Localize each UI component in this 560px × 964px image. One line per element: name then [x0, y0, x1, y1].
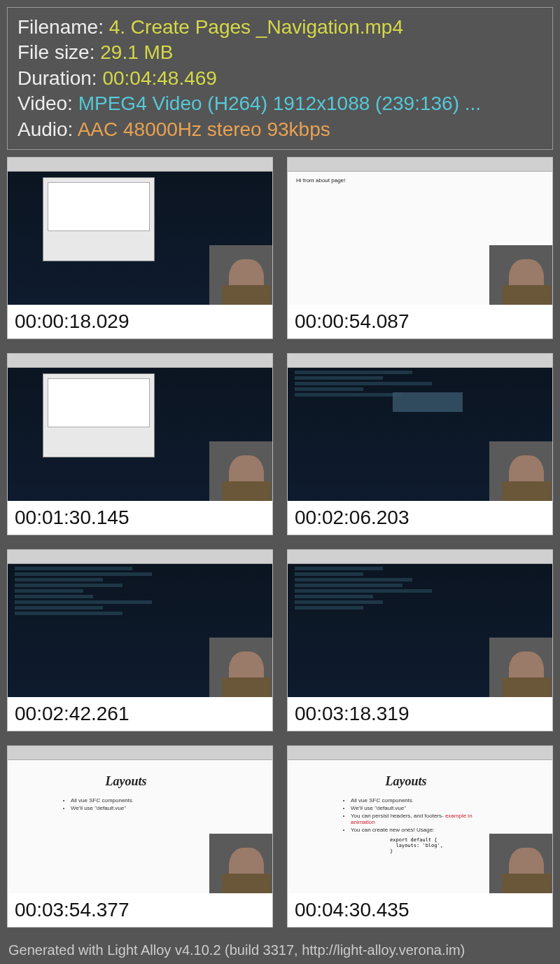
slide-title: Layouts [330, 774, 482, 789]
thumbnail: 00:00:18.029 [7, 157, 273, 339]
presenter-pip [209, 245, 272, 305]
window-chrome [8, 158, 272, 172]
timestamp: 00:00:54.087 [288, 305, 552, 338]
thumbnail: 00:02:42.261 [7, 549, 273, 731]
window-chrome [288, 158, 552, 172]
window-chrome [288, 550, 552, 564]
timestamp: 00:03:54.377 [8, 893, 272, 927]
window-chrome [8, 354, 272, 368]
thumb-image [288, 354, 552, 501]
file-dialog [43, 177, 155, 261]
presenter-pip [489, 638, 552, 697]
thumbnail: 00:03:18.319 [287, 549, 553, 731]
presenter-pip [489, 441, 552, 501]
code-snippet: export default { layouts: 'blog', } [390, 837, 443, 854]
timestamp: 00:00:18.029 [8, 305, 272, 338]
window-chrome [8, 746, 272, 760]
thumbnail: Layouts All vue SFC components We'll use… [287, 745, 553, 928]
generator-footer: Generated with Light Alloy v4.10.2 (buil… [8, 942, 465, 958]
presenter-pip [209, 638, 272, 697]
timestamp: 00:01:30.145 [8, 501, 272, 535]
presenter-pip [209, 441, 272, 501]
window-chrome [288, 746, 552, 760]
timestamp: 00:03:18.319 [288, 697, 552, 731]
window-chrome [288, 354, 552, 368]
slide-bullets: All vue SFC components We'll use "defaul… [71, 797, 202, 811]
thumb-image [8, 354, 272, 501]
info-filesize: File size: 29.1 MB [18, 40, 542, 65]
thumbnail-grid: 00:00:18.029 Hi from about page! 00:00:5… [7, 157, 553, 928]
slide-bullets: All vue SFC components We'll use "defaul… [351, 797, 482, 833]
timestamp: 00:02:42.261 [8, 697, 272, 731]
thumbnail: Layouts All vue SFC components We'll use… [7, 745, 273, 928]
timestamp: 00:02:06.203 [288, 501, 552, 535]
slide-body: Layouts All vue SFC components We'll use… [330, 774, 482, 855]
page-text: Hi from about page! [296, 177, 345, 184]
thumbnail: Hi from about page! 00:00:54.087 [287, 157, 553, 339]
file-info-panel: Filename: 4. Create Pages _Navigation.mp… [7, 7, 553, 150]
timestamp: 00:04:30.435 [288, 893, 552, 927]
thumb-image: Hi from about page! [288, 158, 552, 305]
info-duration: Duration: 00:04:48.469 [18, 66, 542, 91]
file-dialog [43, 373, 155, 457]
presenter-pip [209, 834, 272, 893]
info-filename: Filename: 4. Create Pages _Navigation.mp… [18, 15, 542, 40]
thumb-image [8, 550, 272, 697]
thumbnail: 00:02:06.203 [287, 353, 553, 535]
thumb-image [288, 550, 552, 697]
thumb-image: Layouts All vue SFC components We'll use… [288, 746, 552, 893]
info-video: Video: MPEG4 Video (H264) 1912x1088 (239… [18, 91, 542, 116]
presenter-pip [489, 245, 552, 305]
info-audio: Audio: AAC 48000Hz stereo 93kbps [18, 117, 542, 142]
presenter-pip [489, 834, 552, 893]
thumbnail: 00:01:30.145 [7, 353, 273, 535]
window-chrome [8, 550, 272, 564]
code-hint-popup [393, 392, 463, 412]
slide-title: Layouts [50, 774, 202, 789]
thumb-image [8, 158, 272, 305]
thumb-image: Layouts All vue SFC components We'll use… [8, 746, 272, 893]
slide-body: Layouts All vue SFC components We'll use… [50, 774, 202, 813]
